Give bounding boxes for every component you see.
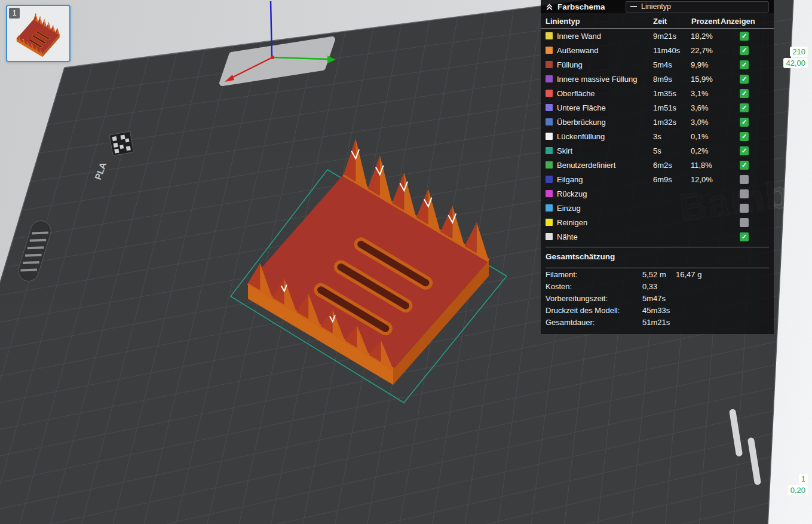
summary-value-2 (676, 306, 769, 315)
legend-row: Außenwand11m40s22,7% (541, 43, 774, 57)
plate-thumbnail[interactable]: 1 (6, 5, 71, 62)
line-type-color-chip (546, 161, 553, 168)
legend-table-header: Linientyp Zeit Prozent Anzeigen (541, 13, 774, 29)
summary-title: Gesamtschätzung (541, 247, 774, 265)
line-type-percent: 15,9% (691, 75, 733, 84)
legend-header: Farbschema Linientyp (541, 0, 774, 13)
legend-row: Einzug (541, 201, 774, 215)
line-type-label: Überbrückung (557, 118, 653, 127)
line-type-time: 1m51s (653, 103, 691, 112)
line-type-percent: 11,8% (691, 161, 733, 170)
line-type-visibility-checkbox[interactable] (740, 161, 749, 170)
summary-row: Vorbereitungszeit:5m47s (541, 292, 774, 304)
line-type-label: Oberfläche (557, 89, 653, 98)
line-type-percent: 9,9% (691, 60, 733, 69)
line-type-time: 8m9s (653, 75, 691, 84)
col-header-linientyp: Linientyp (546, 17, 653, 26)
line-type-visibility-checkbox[interactable] (740, 89, 749, 98)
legend-row: Nähte (541, 229, 774, 244)
line-type-visibility-checkbox[interactable] (740, 60, 749, 69)
legend-row: Innere massive Füllung8m9s15,9% (541, 72, 774, 86)
line-type-time: 9m21s (653, 32, 691, 41)
line-type-percent: 18,2% (691, 32, 733, 41)
line-type-label: Reinigen (557, 218, 653, 227)
line-type-visibility-checkbox[interactable] (740, 175, 749, 184)
line-type-visibility-checkbox[interactable] (740, 232, 749, 241)
line-type-visibility-checkbox[interactable] (740, 103, 749, 112)
summary-value-2 (676, 318, 769, 327)
line-type-time: 5s (653, 146, 691, 155)
legend-row: Lückenfüllung3s0,1% (541, 129, 774, 143)
layer-slider-top-readout: 210 42,00 (777, 47, 808, 69)
line-type-visibility-checkbox[interactable] (740, 204, 749, 213)
line-type-color-chip (546, 176, 553, 183)
summary-label: Gesamtdauer: (546, 318, 642, 327)
line-type-color-chip (546, 32, 553, 39)
color-scheme-dropdown[interactable]: Linientyp (626, 1, 769, 13)
line-type-visibility-checkbox[interactable] (740, 132, 749, 141)
line-type-dash-icon (630, 6, 637, 7)
plate-number-badge: 1 (9, 8, 20, 19)
line-type-color-chip (546, 118, 553, 125)
line-type-color-chip (546, 147, 553, 154)
line-type-visibility-checkbox[interactable] (740, 46, 749, 55)
line-type-percent: 12,0% (691, 175, 733, 184)
origin-point (271, 56, 274, 59)
line-type-percent: 22,7% (691, 46, 733, 55)
line-type-time: 1m32s (653, 118, 691, 127)
line-type-visibility-checkbox[interactable] (740, 118, 749, 127)
collapse-icon[interactable] (546, 3, 553, 11)
line-type-visibility-checkbox[interactable] (740, 32, 749, 41)
line-type-label: Skirt (557, 146, 653, 155)
color-scheme-value: Linientyp (641, 2, 671, 11)
legend-row: Innere Wand9m21s18,2% (541, 29, 774, 43)
summary-label: Vorbereitungszeit: (546, 294, 642, 303)
summary-value-2: 16,47 g (676, 270, 769, 279)
bottom-layer-height: 0,20 (788, 485, 808, 495)
legend-row: Füllung5m4s9,9% (541, 57, 774, 72)
legend-row: Reinigen (541, 215, 774, 229)
3d-viewport[interactable]: Bambu Cool Plate PLA (0, 0, 812, 524)
summary-label: Filament: (546, 270, 642, 279)
line-type-label: Außenwand (557, 46, 653, 55)
line-type-label: Eilgang (557, 175, 653, 184)
line-type-label: Nähte (557, 232, 653, 241)
plate-qr-marker (109, 131, 134, 156)
line-type-time: 3s (653, 132, 691, 141)
line-type-color-chip (546, 233, 553, 240)
summary-label: Druckzeit des Modell: (546, 306, 642, 315)
line-type-color-chip (546, 61, 553, 68)
summary-row: Druckzeit des Modell:45m33s (541, 304, 774, 316)
legend-row: Untere Fläche1m51s3,6% (541, 100, 774, 115)
line-type-visibility-checkbox[interactable] (740, 75, 749, 84)
line-type-color-chip (546, 204, 553, 212)
line-type-visibility-checkbox[interactable] (740, 218, 749, 227)
legend-row: Rückzug (541, 186, 774, 201)
col-header-anzeigen: Anzeigen (721, 17, 769, 26)
legend-row: Oberfläche1m35s3,1% (541, 86, 774, 100)
line-type-label: Rückzug (557, 189, 653, 198)
line-type-color-chip (546, 75, 553, 82)
line-type-time: 6m9s (653, 175, 691, 184)
layer-slider-bottom-readout: 1 0,20 (777, 474, 808, 497)
legend-row: Skirt5s0,2% (541, 143, 774, 158)
line-type-label: Innere massive Füllung (557, 75, 653, 84)
summary-value-2 (676, 294, 769, 303)
panel-title: Farbschema (557, 2, 605, 11)
line-type-percent: 0,1% (691, 132, 733, 141)
line-type-color-chip (546, 47, 553, 54)
summary-value: 45m33s (642, 306, 676, 315)
line-type-label: Benutzerdefiniert (557, 161, 653, 170)
preview-legend-panel: Farbschema Linientyp Linientyp Zeit Proz… (541, 0, 774, 334)
line-type-visibility-checkbox[interactable] (740, 146, 749, 155)
line-type-color-chip (546, 104, 553, 111)
summary-row: Filament:5,52 m16,47 g (541, 268, 774, 280)
line-type-label: Innere Wand (557, 32, 653, 41)
line-type-label: Untere Fläche (557, 103, 653, 112)
line-type-time: 1m35s (653, 89, 691, 98)
line-type-color-chip (546, 90, 553, 97)
summary-row: Kosten:0,33 (541, 280, 774, 292)
col-header-zeit: Zeit (653, 17, 691, 26)
summary-value-2 (676, 282, 769, 291)
line-type-visibility-checkbox[interactable] (740, 189, 749, 198)
